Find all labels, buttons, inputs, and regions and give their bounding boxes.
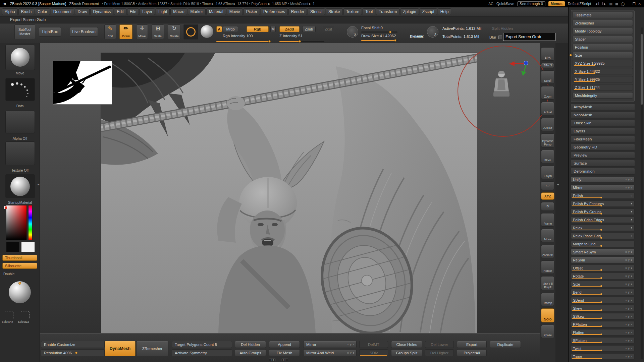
del-lower-button[interactable]: Del Lower — [425, 341, 454, 348]
sdiv-slider[interactable]: SDiv — [359, 349, 388, 356]
menu-item[interactable]: Dynamics — [90, 8, 113, 15]
export-button[interactable]: Export — [457, 341, 487, 348]
export-screen-grab-input[interactable] — [503, 33, 555, 41]
geometry-item[interactable]: Z Size 1.71744 — [573, 84, 633, 90]
s-dial-icon[interactable]: S — [347, 26, 358, 38]
deformation-item[interactable]: Polish Crisp Edges ● — [571, 217, 635, 223]
subpalette-header[interactable]: FiberMesh — [571, 136, 635, 142]
subpalette-header[interactable]: Layers — [571, 128, 635, 134]
delmt-button[interactable]: DelMT — [359, 341, 388, 348]
move-button[interactable]: ✛ Move — [136, 24, 148, 39]
activate-symmetry-button[interactable]: Activate Symmetry — [172, 349, 232, 356]
axis-marker[interactable]: ● — [631, 202, 633, 205]
deformation-item[interactable]: Polish ○ — [571, 192, 635, 199]
deformation-item[interactable]: SBend x y z — [571, 297, 635, 303]
enable-customize-button[interactable]: Enable Customize — [41, 341, 105, 348]
shelf-button[interactable]: Actual — [541, 102, 554, 115]
deformation-item[interactable]: Size x y z — [571, 281, 635, 287]
target-polygons-slider[interactable]: Target Polygons Count 5 — [172, 341, 232, 348]
focal-shift-slider[interactable]: Focal Shift 0 — [361, 26, 383, 30]
menu-item[interactable]: File — [127, 8, 139, 15]
geometry-item[interactable]: Tessimate — [573, 12, 633, 18]
shelf-button[interactable]: L.Sym — [541, 166, 554, 179]
deformation-item[interactable]: Taper x y z — [571, 353, 635, 360]
menu-item[interactable]: Zscript — [420, 8, 437, 15]
geometry-item[interactable]: Size — [573, 52, 633, 58]
live-boolean-button[interactable]: Live Boolean — [70, 27, 98, 37]
axis-marker[interactable]: x y z — [626, 258, 633, 261]
subpalette-header[interactable]: NanoMesh — [571, 112, 635, 118]
deformation-item[interactable]: Rotate x y z — [571, 273, 635, 279]
shelf-button[interactable]: ▭ — [541, 181, 554, 190]
shelf-button[interactable]: BPR — [541, 47, 554, 61]
axis-marker[interactable]: x y z — [626, 323, 633, 326]
deformation-item[interactable]: Polish By Groups ● — [571, 208, 635, 215]
menu-item[interactable]: Macro — [170, 8, 187, 15]
window-icon[interactable]: ❐ — [632, 2, 636, 6]
mirror-button[interactable]: Mirror x y z — [303, 341, 357, 348]
draw-size-slider[interactable]: Draw Size 41.42062 — [361, 34, 396, 38]
axis-marker[interactable]: x y z — [626, 250, 633, 253]
current-material-ball[interactable] — [201, 25, 213, 38]
draw-button[interactable]: ✏ Draw — [119, 24, 132, 39]
mrgb-toggle[interactable]: Mrgb — [223, 26, 238, 32]
rgb-toggle[interactable]: Rgb — [247, 26, 269, 32]
rgb-intensity-handle[interactable] — [268, 40, 271, 43]
menu-item[interactable]: Light — [156, 8, 170, 15]
deformation-item[interactable]: Skew x y z — [571, 305, 635, 311]
duplicate-button[interactable]: Duplicate — [490, 341, 521, 348]
left-tray-collapse-arrow[interactable]: ◄ — [37, 183, 40, 186]
geometry-item[interactable]: Y Size 1.99925 — [573, 76, 633, 82]
groups-split-button[interactable]: Groups Split — [391, 349, 422, 356]
subtool-master-button[interactable]: SubTool Master — [14, 24, 35, 39]
window-icon[interactable]: ◯ — [621, 2, 625, 6]
blur-slider[interactable]: Blur — [489, 35, 496, 39]
fix-mesh-button[interactable]: Fix Mesh — [269, 349, 300, 356]
menu-item[interactable]: Help — [438, 8, 451, 15]
menu-item[interactable]: Stencil — [308, 8, 325, 15]
axis-marker[interactable]: x y z — [626, 299, 633, 302]
menu-item[interactable]: Layer — [140, 8, 155, 15]
deformation-item[interactable]: Relax ● — [571, 225, 635, 231]
axis-marker[interactable]: ○ — [631, 234, 633, 237]
primary-color-swatch[interactable] — [6, 242, 20, 252]
shelf-button[interactable]: Dynamic Persp — [541, 133, 554, 147]
shelf-button[interactable]: Transp — [541, 293, 554, 306]
axis-marker[interactable]: x y z — [626, 266, 633, 269]
document-canvas[interactable] — [101, 53, 477, 333]
deformation-item[interactable]: ReSym x y z — [571, 257, 635, 263]
menu-item[interactable]: Material — [206, 8, 226, 15]
menu-item[interactable]: Document — [51, 8, 74, 15]
menu-item[interactable]: Edit — [114, 8, 126, 15]
shelf-button[interactable]: SPix 3 — [541, 63, 554, 68]
silhouette-preview[interactable] — [53, 61, 112, 105]
menu-item[interactable]: Tool — [363, 8, 375, 15]
default-zscript-button[interactable]: DefaultZScript — [568, 2, 591, 6]
subpalette-header[interactable]: Deformation — [571, 168, 635, 175]
select-la-icon[interactable] — [21, 311, 30, 319]
axis-marker[interactable]: x y z — [626, 355, 633, 358]
deformation-item[interactable]: Flatten x y z — [571, 329, 635, 336]
deformation-item[interactable]: Mirror x y z — [571, 184, 635, 191]
menu-item[interactable]: Draw — [75, 8, 90, 15]
axis-marker[interactable]: x y z — [626, 178, 633, 181]
shelf-button[interactable]: Line Fill PolyF — [541, 276, 554, 290]
axis-marker[interactable]: x y z — [626, 291, 633, 294]
shelf-button[interactable]: Rotate — [541, 260, 554, 274]
shelf-button[interactable]: Solo — [541, 308, 554, 322]
focal-shift-track[interactable] — [361, 32, 397, 33]
split-hidden-button[interactable]: Split Hidden — [492, 26, 513, 31]
anchor-toggle[interactable]: A — [216, 26, 222, 32]
axis-marker[interactable]: x y z — [626, 331, 633, 334]
zcut-toggle[interactable]: Zcut — [323, 26, 334, 32]
geometry-item[interactable]: ZRemesher — [573, 20, 633, 26]
menu-item[interactable]: Render — [288, 8, 307, 15]
shelf-button[interactable]: Move — [541, 229, 554, 242]
menu-item[interactable]: Color — [35, 8, 50, 15]
menu-item[interactable]: Picker — [244, 8, 260, 15]
deformation-item[interactable]: SSkew x y z — [571, 313, 635, 319]
see-through-control[interactable]: See-through 0 — [517, 1, 545, 6]
shelf-button[interactable]: Floor — [541, 150, 554, 163]
brush-preview-button[interactable] — [183, 24, 198, 40]
d-dial-icon[interactable]: D — [427, 26, 438, 38]
